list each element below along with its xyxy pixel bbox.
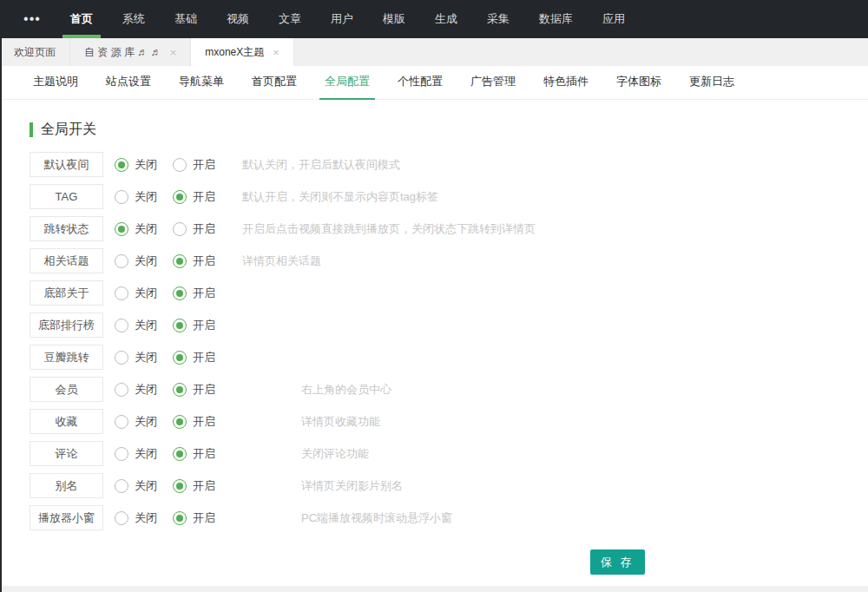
radio-on[interactable]: 开启 (173, 350, 242, 365)
nav-item-5[interactable]: 用户 (320, 0, 364, 38)
switch-description: 关闭评论功能 (301, 446, 369, 462)
radio-on[interactable]: 开启 (173, 318, 242, 333)
switch-row: 播放器小窗关闭开启PC端播放视频时滚动悬浮小窗 (30, 505, 868, 530)
switch-label: 豆瓣跳转 (30, 345, 103, 370)
nav-item-7[interactable]: 生成 (424, 0, 468, 38)
switch-label: 默认夜间 (30, 152, 103, 177)
switch-label: 底部关于 (30, 280, 103, 306)
radio-on[interactable]: 开启 (173, 286, 242, 301)
radio-off-label: 关闭 (135, 318, 157, 333)
radio-circle-icon (173, 383, 187, 397)
content-area: 主题说明站点设置导航菜单首页配置全局配置个性配置广告管理特色插件字体图标更新日志… (2, 66, 868, 586)
nav-item-6[interactable]: 模版 (372, 0, 416, 38)
radio-off-label: 关闭 (135, 414, 157, 430)
switch-description: 详情页关闭影片别名 (301, 478, 403, 494)
radio-on[interactable]: 开启 (173, 157, 242, 173)
radio-off[interactable]: 关闭 (115, 446, 173, 462)
radio-off[interactable]: 关闭 (115, 253, 173, 269)
subtab-6[interactable]: 广告管理 (462, 66, 524, 100)
radio-off[interactable]: 关闭 (115, 286, 173, 301)
radio-off[interactable]: 关闭 (115, 478, 173, 494)
tab-0[interactable]: 欢迎页面 (0, 38, 70, 66)
radio-off[interactable]: 关闭 (115, 221, 173, 237)
radio-off[interactable]: 关闭 (115, 157, 173, 173)
radio-off[interactable]: 关闭 (115, 189, 173, 205)
section-header: 全局开关 (30, 121, 868, 138)
radio-on[interactable]: 开启 (173, 510, 242, 526)
radio-circle-icon (173, 254, 187, 268)
radio-off-label: 关闭 (135, 382, 157, 398)
close-icon[interactable]: × (170, 47, 177, 58)
radio-on-label: 开启 (193, 157, 215, 173)
switch-label: 评论 (30, 441, 103, 466)
radio-off-label: 关闭 (135, 286, 157, 301)
save-button[interactable]: 保 存 (590, 549, 645, 575)
subtab-5[interactable]: 个性配置 (389, 66, 451, 100)
radio-circle-icon (115, 254, 128, 268)
more-menu-icon[interactable]: ••• (19, 0, 45, 38)
tab-1[interactable]: 自 资 源 库 ♬ ♬× (70, 38, 191, 66)
subtab-3[interactable]: 首页配置 (243, 66, 306, 100)
switch-row: 别名关闭开启详情页关闭影片别名 (30, 473, 868, 498)
radio-off[interactable]: 关闭 (115, 414, 173, 430)
radio-on-label: 开启 (193, 350, 215, 365)
radio-off-label: 关闭 (135, 189, 157, 205)
radio-off-label: 关闭 (135, 510, 157, 526)
switch-description: PC端播放视频时滚动悬浮小窗 (301, 510, 452, 526)
radio-on-label: 开启 (193, 221, 215, 237)
switch-row: 会员关闭开启右上角的会员中心 (30, 377, 868, 402)
subtab-2[interactable]: 导航菜单 (170, 66, 233, 100)
section-accent-bar (30, 122, 33, 137)
radio-on[interactable]: 开启 (173, 189, 242, 205)
switch-row: 默认夜间关闭开启默认关闭，开启后默认夜间模式 (30, 152, 868, 177)
switch-label: 会员 (30, 377, 103, 402)
tab-2[interactable]: mxoneX主题× (191, 38, 294, 66)
radio-circle-icon (115, 190, 128, 204)
radio-off-label: 关闭 (135, 350, 157, 365)
switch-row: 收藏关闭开启详情页收藏功能 (30, 409, 868, 434)
radio-off[interactable]: 关闭 (115, 318, 173, 333)
radio-circle-icon (115, 511, 128, 525)
radio-on-label: 开启 (193, 510, 215, 526)
nav-item-8[interactable]: 采集 (477, 0, 520, 38)
radio-on[interactable]: 开启 (173, 221, 242, 237)
radio-on-label: 开启 (193, 446, 215, 462)
radio-circle-icon (115, 319, 128, 332)
radio-off-label: 关闭 (135, 221, 157, 237)
radio-on-label: 开启 (193, 478, 215, 494)
radio-off[interactable]: 关闭 (115, 350, 173, 365)
subtab-8[interactable]: 字体图标 (608, 66, 670, 100)
subtab-0[interactable]: 主题说明 (24, 66, 87, 100)
radio-circle-icon (173, 479, 187, 493)
nav-item-3[interactable]: 视频 (216, 0, 260, 38)
subtab-1[interactable]: 站点设置 (97, 66, 160, 100)
switch-row: 评论关闭开启关闭评论功能 (30, 441, 868, 466)
switch-description: 默认开启，关闭则不显示内容页tag标签 (242, 189, 438, 205)
radio-on[interactable]: 开启 (173, 446, 242, 462)
subtab-9[interactable]: 更新日志 (681, 66, 743, 100)
close-icon[interactable]: × (273, 47, 279, 58)
nav-item-10[interactable]: 应用 (592, 0, 635, 38)
nav-item-4[interactable]: 文章 (268, 0, 312, 38)
switch-description: 右上角的会员中心 (301, 382, 391, 398)
radio-off[interactable]: 关闭 (115, 382, 173, 398)
nav-item-0[interactable]: 首页 (60, 0, 103, 38)
nav-item-1[interactable]: 系统 (112, 0, 155, 38)
radio-on[interactable]: 开启 (173, 414, 242, 430)
switch-description: 详情页收藏功能 (301, 414, 380, 430)
theme-config-tabs: 主题说明站点设置导航菜单首页配置全局配置个性配置广告管理特色插件字体图标更新日志 (2, 66, 868, 100)
switch-label: 播放器小窗 (30, 505, 103, 530)
radio-on-label: 开启 (193, 253, 215, 269)
radio-circle-icon (173, 319, 187, 332)
subtab-4[interactable]: 全局配置 (316, 66, 378, 100)
tab-label: 自 资 源 库 ♬ ♬ (84, 45, 161, 60)
radio-on[interactable]: 开启 (173, 382, 242, 398)
radio-on[interactable]: 开启 (173, 253, 242, 269)
nav-item-2[interactable]: 基础 (164, 0, 207, 38)
subtab-7[interactable]: 特色插件 (535, 66, 597, 100)
nav-item-9[interactable]: 数据库 (529, 0, 583, 38)
radio-on[interactable]: 开启 (173, 478, 242, 494)
save-button-wrap: 保 存 (590, 549, 868, 575)
radio-off[interactable]: 关闭 (115, 510, 173, 526)
radio-off-label: 关闭 (135, 446, 157, 462)
